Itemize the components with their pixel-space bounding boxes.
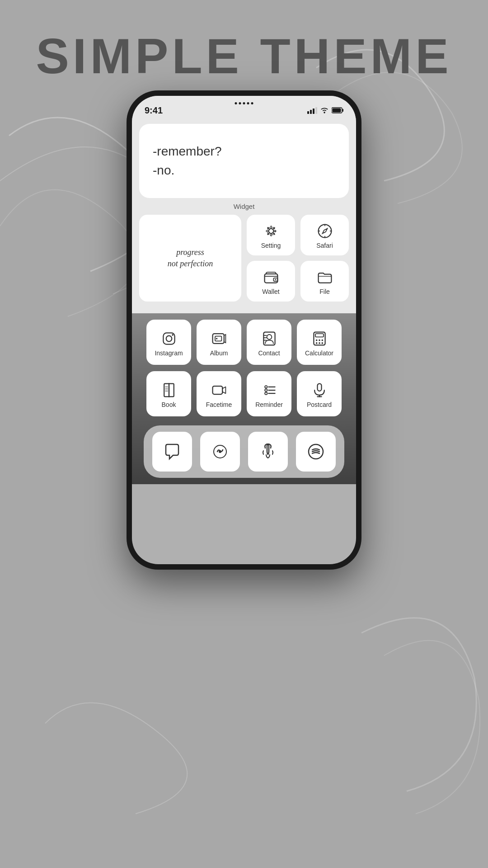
gear-icon <box>263 223 279 239</box>
svg-point-19 <box>166 336 172 342</box>
svg-rect-21 <box>212 334 224 344</box>
mid-section: Instagram Album <box>132 313 356 484</box>
compass-icon <box>317 223 333 239</box>
widget-section-label: Widget <box>139 203 349 210</box>
phone-frame: 9:41 <box>127 90 361 570</box>
svg-point-8 <box>268 229 273 234</box>
album-app-icon[interactable]: Album <box>197 320 241 365</box>
svg-rect-1 <box>310 110 312 114</box>
svg-rect-7 <box>333 108 341 113</box>
calculator-icon <box>311 330 328 347</box>
svg-point-23 <box>216 338 217 340</box>
reminder-icon <box>261 382 277 398</box>
wifi-icon <box>320 107 329 114</box>
status-icons <box>307 107 343 114</box>
battery-icon <box>332 107 343 113</box>
svg-point-4 <box>324 112 325 113</box>
wallet-label: Wallet <box>262 288 279 295</box>
svg-point-17 <box>275 279 276 280</box>
postcard-label: Postcard <box>307 401 332 408</box>
messages-dock-icon[interactable] <box>152 432 192 472</box>
microphone-icon <box>311 382 328 398</box>
screen-content: -remember? -no. Widget progress not perf… <box>132 118 356 564</box>
contact-app-icon[interactable]: Contact <box>247 320 291 365</box>
phone-screen: 9:41 <box>132 96 356 564</box>
svg-rect-30 <box>315 334 324 337</box>
instagram-app-icon[interactable]: Instagram <box>146 320 191 365</box>
quote-line1: -remember? <box>153 142 335 161</box>
contact-label: Contact <box>258 349 280 357</box>
facetime-app-icon[interactable]: Facetime <box>197 371 241 416</box>
safari-app-icon[interactable]: Safari <box>300 215 349 255</box>
widget-script-text: progress not perfection <box>168 247 213 269</box>
svg-point-41 <box>265 389 267 391</box>
svg-point-39 <box>265 386 267 388</box>
siri-dock-icon[interactable] <box>200 432 240 472</box>
facetime-label: Facetime <box>206 401 232 408</box>
svg-rect-2 <box>313 108 314 114</box>
svg-point-32 <box>319 340 320 341</box>
wallet-icon <box>263 269 279 285</box>
file-label: File <box>319 288 330 295</box>
page-title: SIMPLE THEME <box>0 27 488 85</box>
svg-point-43 <box>265 392 267 395</box>
book-app-icon[interactable]: Book <box>146 371 191 416</box>
svg-point-31 <box>315 340 317 341</box>
dock <box>144 425 344 478</box>
quote-widget[interactable]: -remember? -no. <box>139 124 349 198</box>
reminder-app-icon[interactable]: Reminder <box>247 371 291 416</box>
signal-icon <box>307 107 317 114</box>
chat-icon <box>162 442 182 462</box>
airpods-dock-icon[interactable] <box>248 432 288 472</box>
svg-point-20 <box>172 334 174 336</box>
book-label: Book <box>162 401 176 408</box>
file-app-icon[interactable]: File <box>300 261 349 302</box>
svg-point-10 <box>318 225 331 238</box>
instagram-icon <box>161 330 177 347</box>
svg-point-35 <box>319 342 320 344</box>
svg-rect-3 <box>315 107 317 114</box>
wallet-app-icon[interactable]: Wallet <box>247 261 295 302</box>
svg-point-34 <box>315 342 317 344</box>
top-section: -remember? -no. Widget progress not perf… <box>132 118 356 313</box>
instagram-label: Instagram <box>155 349 183 357</box>
svg-rect-6 <box>343 109 344 112</box>
album-label: Album <box>210 349 228 357</box>
svg-point-36 <box>321 342 323 344</box>
script-widget[interactable]: progress not perfection <box>139 215 241 302</box>
status-time: 9:41 <box>145 105 163 116</box>
safari-label: Safari <box>316 242 333 249</box>
quote-line2: -no. <box>153 161 335 180</box>
album-icon <box>211 330 227 347</box>
facetime-icon <box>211 382 227 398</box>
siri-icon <box>210 442 230 462</box>
calculator-label: Calculator <box>305 349 333 357</box>
contact-icon <box>261 330 277 347</box>
svg-rect-38 <box>212 386 222 394</box>
right-app-column: Setting <box>247 215 349 302</box>
svg-point-50 <box>309 444 323 459</box>
folder-icon <box>317 269 333 285</box>
svg-point-33 <box>321 340 323 341</box>
calculator-app-icon[interactable]: Calculator <box>297 320 342 365</box>
svg-point-49 <box>219 450 221 453</box>
svg-rect-0 <box>307 111 309 114</box>
reminder-label: Reminder <box>255 401 283 408</box>
postcard-app-icon[interactable]: Postcard <box>297 371 342 416</box>
svg-rect-45 <box>317 384 321 391</box>
spotify-icon <box>306 442 326 462</box>
book-icon <box>161 382 177 398</box>
status-bar: 9:41 <box>132 96 356 118</box>
setting-app-icon[interactable]: Setting <box>247 215 295 255</box>
airpods-icon <box>258 442 278 462</box>
spotify-dock-icon[interactable] <box>296 432 336 472</box>
svg-point-25 <box>267 335 272 340</box>
setting-label: Setting <box>261 242 281 249</box>
